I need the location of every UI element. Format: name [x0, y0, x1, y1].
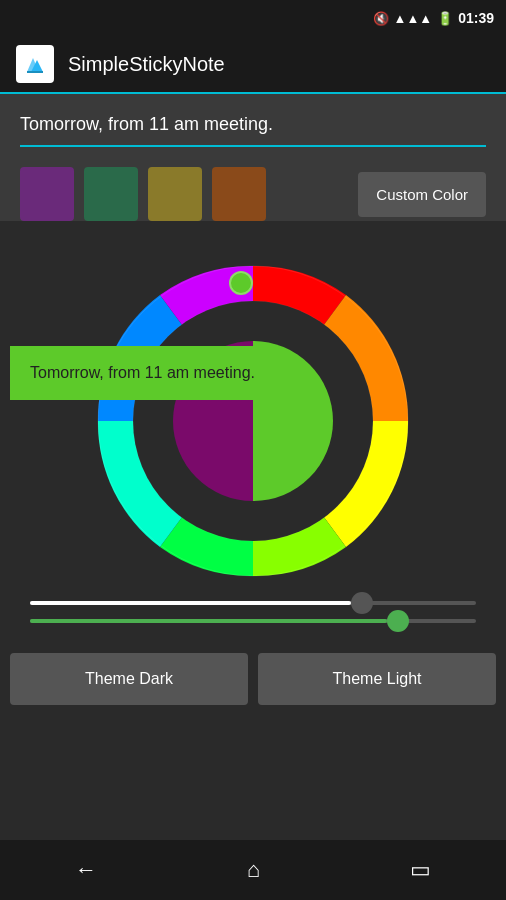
brightness-slider-thumb[interactable] — [351, 592, 373, 614]
note-input-container[interactable] — [20, 114, 486, 147]
app-icon — [16, 45, 54, 83]
wheel-selector-dot[interactable] — [229, 271, 253, 295]
back-nav-icon[interactable]: ← — [75, 857, 97, 883]
battery-icon: 🔋 — [437, 11, 453, 26]
color-wheel-section: Tomorrow, from 11 am meeting. — [0, 241, 506, 581]
saturation-slider-fill — [30, 619, 387, 623]
status-icons: 🔇 ▲▲▲ 🔋 01:39 — [373, 10, 494, 26]
main-content: Custom Color — [0, 94, 506, 221]
custom-color-button[interactable]: Custom Color — [358, 172, 486, 217]
saturation-slider-track[interactable] — [30, 619, 476, 623]
theme-light-button[interactable]: Theme Light — [258, 653, 496, 705]
preview-note: Tomorrow, from 11 am meeting. — [10, 346, 280, 400]
note-input[interactable] — [20, 114, 486, 135]
brightness-slider-fill — [30, 601, 351, 605]
swatch-brown[interactable] — [212, 167, 266, 221]
swatch-dark-green[interactable] — [84, 167, 138, 221]
status-bar: 🔇 ▲▲▲ 🔋 01:39 — [0, 0, 506, 36]
color-swatches-row: Custom Color — [20, 167, 486, 221]
saturation-slider-thumb[interactable] — [387, 610, 409, 632]
swatch-purple[interactable] — [20, 167, 74, 221]
preview-note-text: Tomorrow, from 11 am meeting. — [30, 364, 255, 381]
app-title: SimpleStickyNote — [68, 53, 225, 76]
color-wheel-container[interactable] — [93, 261, 413, 581]
mute-icon: 🔇 — [373, 11, 389, 26]
saturation-slider-row[interactable] — [30, 619, 476, 623]
home-nav-icon[interactable]: ⌂ — [247, 857, 260, 883]
recent-nav-icon[interactable]: ▭ — [410, 857, 431, 883]
signal-icon: ▲▲▲ — [394, 11, 433, 26]
theme-dark-button[interactable]: Theme Dark — [10, 653, 248, 705]
app-bar: SimpleStickyNote — [0, 36, 506, 94]
swatch-olive[interactable] — [148, 167, 202, 221]
brightness-slider-track[interactable] — [30, 601, 476, 605]
sliders-section — [0, 581, 506, 643]
nav-bar: ← ⌂ ▭ — [0, 840, 506, 900]
theme-buttons-row: Theme Dark Theme Light — [0, 643, 506, 715]
status-time: 01:39 — [458, 10, 494, 26]
brightness-slider-row[interactable] — [30, 601, 476, 605]
